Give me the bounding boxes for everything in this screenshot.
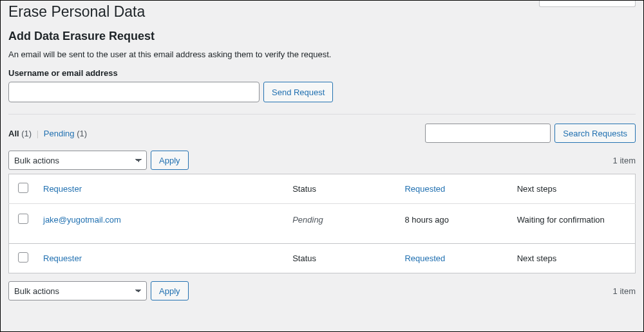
- column-footer-requested[interactable]: Requested: [398, 244, 510, 273]
- form-heading: Add Data Erasure Request: [8, 30, 636, 43]
- column-header-next-steps: Next steps: [511, 174, 636, 204]
- apply-button-bottom[interactable]: Apply: [151, 281, 189, 300]
- column-footer-next-steps: Next steps: [511, 244, 636, 273]
- requested-text: 8 hours ago: [398, 204, 510, 244]
- form-description: An email will be sent to the user at thi…: [8, 50, 636, 59]
- screen-options-stub[interactable]: [539, 1, 636, 7]
- search-requests-button[interactable]: Search Requests: [554, 124, 636, 143]
- divider: [8, 114, 636, 115]
- table-row: jake@yugotmail.com Pending 8 hours ago W…: [9, 204, 636, 244]
- email-field[interactable]: [8, 82, 260, 102]
- requests-table: Requester Status Requested Next steps ja…: [8, 174, 636, 273]
- apply-button-top[interactable]: Apply: [151, 151, 189, 170]
- column-footer-requester[interactable]: Requester: [37, 244, 286, 273]
- item-count-top: 1 item: [613, 156, 636, 165]
- select-all-top[interactable]: [18, 183, 28, 193]
- item-count-bottom: 1 item: [613, 286, 636, 296]
- status-filter-links: All (1) | Pending (1): [8, 129, 87, 138]
- search-input[interactable]: [425, 124, 551, 143]
- send-request-button[interactable]: Send Request: [263, 82, 333, 102]
- filter-all[interactable]: All (1): [8, 129, 32, 138]
- status-text: Pending: [292, 215, 323, 225]
- column-header-requested[interactable]: Requested: [398, 174, 510, 204]
- select-all-bottom[interactable]: [18, 252, 28, 263]
- bulk-actions-select-top[interactable]: Bulk actions: [8, 151, 147, 170]
- row-checkbox[interactable]: [18, 214, 28, 224]
- column-header-requester[interactable]: Requester: [37, 174, 286, 204]
- column-header-status: Status: [286, 174, 398, 204]
- column-footer-status: Status: [286, 244, 398, 273]
- requester-link[interactable]: jake@yugotmail.com: [43, 215, 121, 225]
- email-field-label: Username or email address: [8, 68, 636, 78]
- next-steps-text: Waiting for confirmation: [511, 204, 636, 244]
- bulk-actions-select-bottom[interactable]: Bulk actions: [8, 281, 147, 300]
- filter-pending[interactable]: Pending (1): [44, 129, 87, 138]
